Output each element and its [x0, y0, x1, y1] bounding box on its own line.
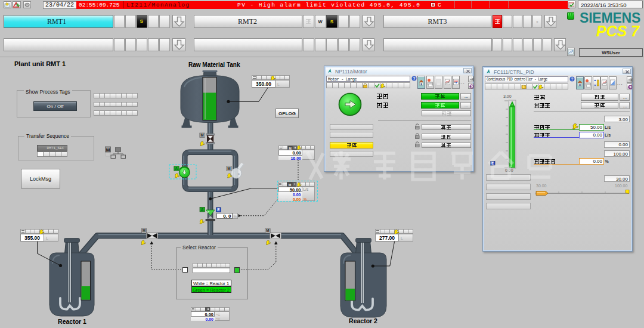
svg-text:E: E — [491, 162, 494, 165]
svg-text:F: F — [238, 172, 240, 176]
svg-text:?: ? — [571, 77, 574, 81]
svg-text:M: M — [106, 147, 110, 153]
svg-text:?: ? — [413, 76, 416, 81]
